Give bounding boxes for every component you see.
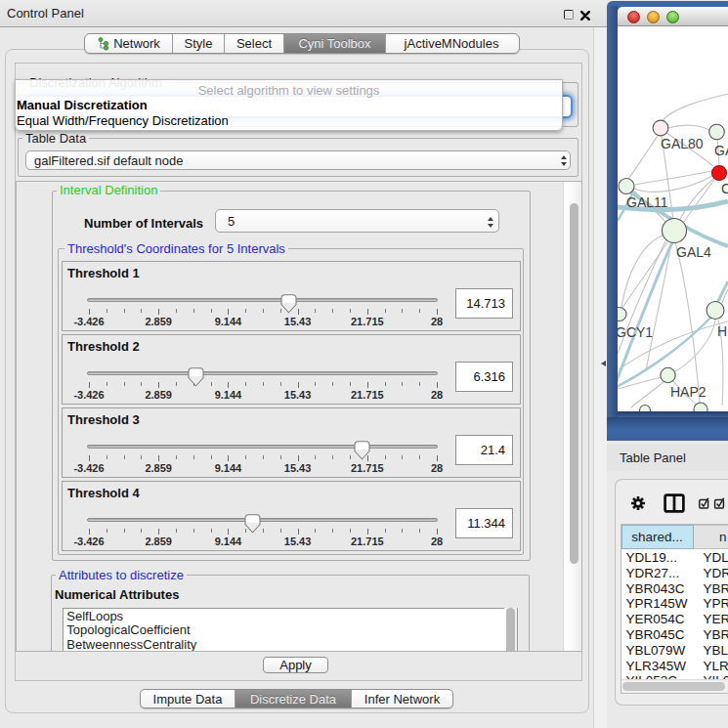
- svg-text:GAL11: GAL11: [626, 194, 668, 210]
- svg-text:GAL4: GAL4: [676, 244, 711, 260]
- svg-text:H: H: [717, 323, 727, 339]
- svg-text:GAL80: GAL80: [661, 136, 704, 151]
- svg-text:C: C: [721, 181, 728, 196]
- svg-text:GA: GA: [714, 143, 728, 158]
- svg-text:HAP2: HAP2: [670, 384, 707, 400]
- svg-text:GCY1: GCY1: [618, 324, 653, 340]
